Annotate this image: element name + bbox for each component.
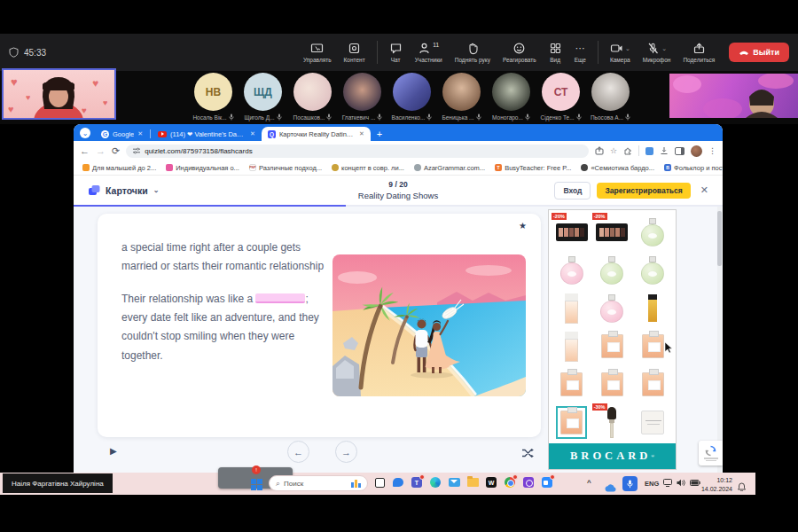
close-icon[interactable]: ✕	[250, 130, 255, 137]
tab-google[interactable]: G Google ✕	[95, 127, 149, 141]
ad-product-perfume-square[interactable]	[592, 365, 633, 403]
chevron-down-icon[interactable]: ⌄	[625, 45, 630, 51]
participant-tile[interactable]: Беницька ...	[441, 73, 482, 121]
share-icon[interactable]	[595, 146, 604, 155]
mic-button[interactable]: ⌄ Микрофон	[638, 40, 677, 65]
task-view-icon[interactable]	[373, 476, 386, 489]
close-icon[interactable]: ✕	[700, 184, 708, 196]
participant-tile[interactable]: Василенко...	[391, 73, 433, 121]
scrollbar-thumb[interactable]	[717, 211, 722, 266]
mail-app-icon[interactable]	[448, 476, 460, 489]
signup-button[interactable]: Зарегистрироваться	[597, 183, 690, 199]
bookmark-item[interactable]: ВФольклор и постф...	[664, 164, 723, 172]
zoom-mic-indicator[interactable]	[622, 476, 638, 491]
app-icon-purple[interactable]	[522, 476, 535, 489]
close-icon[interactable]: ✕	[137, 130, 143, 137]
ad-product-perfume-amber-spray[interactable]	[632, 289, 673, 327]
profile-avatar[interactable]	[691, 145, 702, 157]
ad-product-perfume-tall[interactable]	[552, 327, 592, 365]
close-icon[interactable]: ✕	[359, 130, 364, 137]
recaptcha-badge[interactable]	[699, 441, 723, 466]
taskbar-clock[interactable]: 10:12 14.02.2024	[697, 476, 732, 494]
forward-icon[interactable]: →	[96, 146, 106, 156]
ad-product-perfume-square[interactable]	[592, 327, 633, 365]
flashcard[interactable]: ★ a special time right after a couple ge…	[98, 214, 541, 437]
ad-product-eyeshadow-palette[interactable]: -20%	[592, 213, 633, 251]
download-icon[interactable]	[660, 146, 669, 155]
brocard-banner[interactable]: BROCARD®	[549, 443, 676, 469]
chat-button[interactable]: Чат	[384, 40, 408, 65]
ad-product-perfume-square-selected[interactable]	[552, 403, 592, 442]
camera-button[interactable]: ⌄ Камера	[605, 40, 636, 65]
chrome-app-icon[interactable]	[504, 476, 516, 489]
ad-product-eyeshadow-palette[interactable]: -20%	[552, 213, 592, 251]
taskbar-search[interactable]: ⌕ Поиск	[269, 475, 368, 491]
participants-button[interactable]: 11 Участники	[410, 40, 448, 65]
ad-product-perfume-round-pink[interactable]	[552, 251, 592, 289]
star-icon[interactable]: ★	[519, 221, 527, 231]
react-button[interactable]: Реагировать	[497, 40, 542, 65]
app-icon-dark[interactable]: W	[485, 476, 497, 489]
browser-menu-icon[interactable]: ⋮	[708, 147, 716, 155]
ad-panel[interactable]: -20% -20% -30%	[548, 209, 677, 470]
bookmark-item[interactable]: Индивидуальная о...	[166, 164, 239, 172]
previous-card-button[interactable]: ←	[287, 441, 309, 463]
start-button[interactable]	[251, 478, 262, 494]
participant-tile[interactable]: НВ Носаль Вік...	[192, 73, 234, 121]
study-mode-selector[interactable]: Карточки ⌄	[88, 184, 159, 196]
leave-meeting-button[interactable]: Выйти	[729, 43, 789, 62]
ad-product-perfume-round-green[interactable]	[592, 251, 633, 289]
ad-product-perfume-round-green[interactable]	[632, 213, 673, 251]
view-button[interactable]: Вид	[544, 40, 567, 65]
back-icon[interactable]: ←	[80, 146, 90, 156]
ad-product-perfume-round-green[interactable]	[632, 251, 673, 289]
bookmark-item[interactable]: PNPРазличные подход...	[249, 164, 322, 172]
zoom-app-icon[interactable]	[541, 476, 553, 489]
ad-product-makeup-brush[interactable]: -30%	[592, 403, 633, 442]
participant-tile[interactable]: Моногаро...	[490, 73, 532, 121]
bookmark-item[interactable]: Для малышей до 2...	[82, 164, 156, 172]
chat-app-icon[interactable]	[392, 476, 404, 489]
extension-icon[interactable]	[645, 147, 653, 155]
network-icon[interactable]	[663, 479, 672, 487]
site-settings-icon[interactable]	[133, 147, 140, 154]
chevron-down-icon[interactable]: ⌄	[661, 45, 667, 51]
ad-product-perfume-square[interactable]	[632, 365, 673, 403]
new-tab-button[interactable]: +	[377, 129, 382, 139]
share-screen-button[interactable]: Поделиться	[677, 40, 720, 65]
side-panel-icon[interactable]	[675, 147, 685, 155]
tab-youtube[interactable]: (114) ❤ Valentine's Day Histo... ✕	[152, 127, 262, 141]
bookmark-item[interactable]: AzarGrammar.com...	[414, 164, 485, 172]
bookmark-item[interactable]: «Семиотика бардо...	[581, 164, 654, 172]
login-button[interactable]: Вход	[554, 182, 591, 200]
next-card-button[interactable]: →	[335, 441, 357, 463]
tab-search-button[interactable]: ⌄	[80, 128, 90, 138]
ad-product-perfume-round-pink[interactable]	[592, 289, 633, 327]
shuffle-button[interactable]	[521, 446, 534, 462]
extensions-icon[interactable]	[623, 146, 632, 155]
bookmark-item[interactable]: концепт в совр. ли...	[332, 164, 404, 172]
student-video-tile[interactable]	[669, 74, 798, 118]
participant-tile[interactable]: ЩД Щиголь Д...	[242, 73, 284, 121]
ad-product-cosmetic-pouch[interactable]	[632, 403, 673, 442]
ad-product-perfume-square[interactable]	[552, 365, 592, 403]
edge-app-icon[interactable]	[429, 476, 442, 489]
volume-icon[interactable]	[677, 479, 685, 487]
bookmark-item[interactable]: TBusyTeacher: Free P...	[495, 164, 571, 172]
manage-button[interactable]: Управлять	[298, 40, 337, 65]
bookmark-star-icon[interactable]: ☆	[610, 147, 617, 155]
tab-quizlet-active[interactable]: Q Карточки Reality Dating Show... ✕	[262, 127, 371, 141]
autoplay-button[interactable]: ▶	[110, 446, 117, 456]
participant-tile[interactable]: Посашков...	[292, 73, 333, 121]
ad-product-perfume-tall[interactable]	[552, 289, 592, 327]
participant-tile[interactable]: Глаткевич ...	[341, 73, 383, 121]
more-button[interactable]: ⋯ Еще	[569, 40, 591, 65]
address-bar[interactable]: quizlet.com/875973158/flashcards	[126, 145, 589, 158]
teams-app-icon[interactable]: T	[411, 476, 423, 489]
raise-hand-button[interactable]: Поднять руку	[450, 40, 496, 65]
participant-tile[interactable]: СТ Сіденко Те...	[540, 73, 582, 121]
notifications-bell-icon[interactable]	[738, 479, 746, 495]
page-scrollbar[interactable]	[717, 207, 722, 473]
tray-overflow-icon[interactable]: ^	[587, 479, 591, 487]
presenter-video-tile[interactable]: ♥ ♥ ♥ ♥ ♥ ♥	[2, 68, 116, 120]
